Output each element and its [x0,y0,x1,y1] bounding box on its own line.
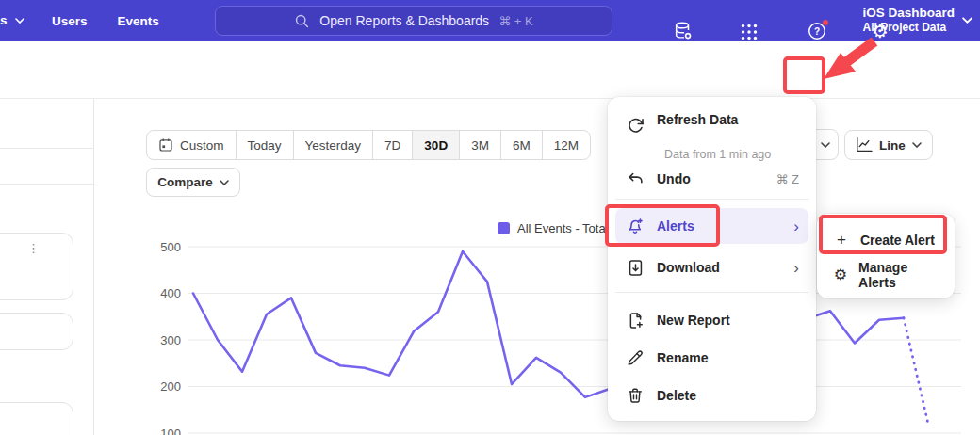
data-management-icon[interactable] [673,21,694,41]
help-icon[interactable]: ? [807,21,827,41]
menu-item-delete[interactable]: Delete [615,378,808,413]
report-header [0,41,980,99]
search-shortcut: ⌘ + K [498,14,533,28]
submenu-item-label: Manage Alerts [858,260,939,290]
menu-item-new-report[interactable]: New Report [615,302,808,338]
date-range-6m[interactable]: 6M [500,131,542,159]
line-chart-icon [856,137,873,153]
nav-partial-label: s [0,13,8,27]
legend-color-swatch [498,222,510,234]
menu-item-alerts[interactable]: Alerts › [615,208,808,244]
menu-item-label: Undo [657,171,691,186]
menu-item-refresh-data[interactable]: Refresh Data Data from 1 min ago [615,108,808,152]
new-report-icon [625,310,645,330]
menu-item-label: Refresh Data [657,112,738,127]
chevron-down-icon [220,180,229,185]
nav-item-users[interactable]: Users [52,14,88,28]
submenu-item-label: Create Alert [860,233,935,248]
date-range-3m[interactable]: 3M [459,131,500,159]
download-icon [625,257,645,278]
compare-label: Compare [157,175,213,189]
sidebar-card[interactable] [0,402,74,435]
submenu-item-manage-alerts[interactable]: ⚙ Manage Alerts [825,259,947,291]
chevron-right-icon: › [793,218,799,234]
notification-dot [822,19,829,26]
plus-icon: + [833,231,850,250]
sidebar-divider [0,184,93,185]
search-icon [294,13,310,29]
date-range-custom[interactable]: Custom [147,131,236,159]
gear-icon: ⚙ [833,267,848,282]
menu-item-undo[interactable]: Undo ⌘ Z [615,161,808,197]
project-selector[interactable]: iOS Dashboard All Project Data [862,5,972,35]
project-name: iOS Dashboard [862,5,955,21]
menu-item-subtitle: Data from 1 min ago [664,148,771,161]
legend-label: All Events - Total [517,221,609,235]
chevron-down-icon [821,142,830,148]
compare-button[interactable]: Compare [146,168,240,197]
undo-icon [625,169,645,189]
alerts-submenu: + Create Alert ⚙ Manage Alerts [817,214,955,298]
left-sidebar: ⋮ [0,99,94,435]
date-range-30d[interactable]: 30D [412,131,459,159]
chart-legend[interactable]: All Events - Total [498,221,609,235]
nav-item-events[interactable]: Events [118,14,159,28]
chart-type-label: Line [879,138,906,153]
trash-icon [625,385,645,406]
nav-item-partial[interactable]: s [0,13,24,27]
sidebar-card[interactable] [0,313,74,350]
svg-text:200: 200 [160,379,181,394]
menu-item-label: Download [657,260,720,275]
menu-divider [615,199,808,200]
menu-item-shortcut: ⌘ Z [776,172,799,186]
date-range-today[interactable]: Today [236,131,293,159]
date-range-yesterday[interactable]: Yesterday [293,131,373,159]
chart-type-button[interactable]: Line [844,130,933,160]
project-scope: All Project Data [862,21,955,35]
submenu-item-create-alert[interactable]: + Create Alert [825,223,947,257]
menu-item-label: Alerts [657,218,694,234]
pencil-icon [625,347,645,368]
top-nav: s Users Events Open Reports & Dashboards… [0,0,980,41]
alert-bell-icon [625,216,645,236]
svg-text:?: ? [814,26,820,37]
svg-text:500: 500 [160,240,181,254]
more-options-menu: Refresh Data Data from 1 min ago Undo ⌘ … [608,97,816,421]
sidebar-divider [0,148,93,149]
chevron-right-icon: › [793,260,799,276]
kebab-menu-icon[interactable]: ⋮ [27,245,40,251]
calendar-icon [158,137,173,153]
menu-item-label: Delete [657,388,696,403]
search-placeholder: Open Reports & Dashboards [319,13,489,28]
apps-grid-icon[interactable] [739,22,760,42]
chevron-down-icon [912,142,922,148]
date-range-12m[interactable]: 12M [542,131,590,159]
chevron-down-icon [962,17,972,24]
svg-text:100: 100 [160,427,181,435]
search-input[interactable]: Open Reports & Dashboards ⌘ + K [215,6,612,36]
refresh-icon [625,115,645,136]
svg-text:300: 300 [160,333,181,347]
chevron-down-icon [15,18,24,24]
menu-divider [615,292,808,293]
svg-text:400: 400 [160,286,181,300]
date-range-7d[interactable]: 7D [372,131,412,159]
sidebar-card[interactable]: ⋮ [0,233,74,300]
menu-item-rename[interactable]: Rename [615,340,808,376]
menu-item-label: Rename [657,350,708,365]
date-range-segmented-control: CustomTodayYesterday7D30D3M6M12M [146,130,591,160]
menu-item-download[interactable]: Download › [615,250,808,285]
menu-item-label: New Report [657,313,730,328]
